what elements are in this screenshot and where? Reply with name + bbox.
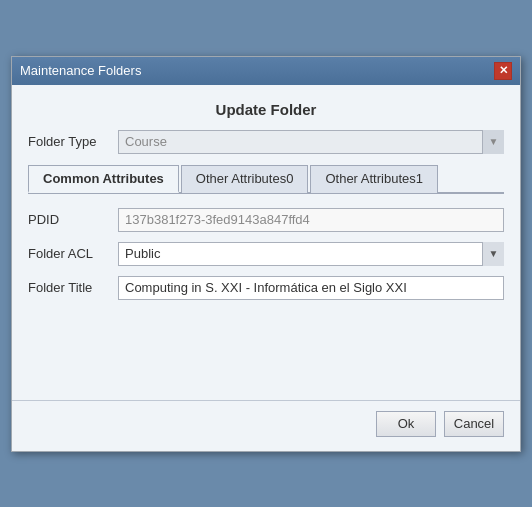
pdid-label: PDID (28, 212, 118, 227)
cancel-button[interactable]: Cancel (444, 411, 504, 437)
tab-other-attributes1[interactable]: Other Attributes1 (310, 165, 438, 193)
folder-title-label: Folder Title (28, 280, 118, 295)
folder-type-row: Folder Type ▼ (28, 130, 504, 154)
tabs-row: Common Attributes Other Attributes0 Othe… (28, 164, 504, 194)
folder-acl-label: Folder ACL (28, 246, 118, 261)
dialog-title: Maintenance Folders (20, 63, 141, 78)
tab-common-attributes[interactable]: Common Attributes (28, 165, 179, 193)
folder-type-label: Folder Type (28, 134, 118, 149)
section-title: Update Folder (28, 101, 504, 118)
pdid-input (118, 208, 504, 232)
maintenance-folders-dialog: Maintenance Folders ✕ Update Folder Fold… (11, 56, 521, 452)
folder-acl-row: Folder ACL Public Private Restricted ▼ (28, 242, 504, 266)
folder-title-row: Folder Title (28, 276, 504, 300)
folder-type-wrapper: ▼ (118, 130, 504, 154)
title-bar: Maintenance Folders ✕ (12, 57, 520, 85)
folder-type-input (118, 130, 504, 154)
close-button[interactable]: ✕ (494, 62, 512, 80)
ok-button[interactable]: Ok (376, 411, 436, 437)
folder-acl-wrapper: Public Private Restricted ▼ (118, 242, 504, 266)
pdid-row: PDID (28, 208, 504, 232)
tab-other-attributes0[interactable]: Other Attributes0 (181, 165, 309, 193)
buttons-row: Ok Cancel (12, 401, 520, 451)
tab-content-common: PDID Folder ACL Public Private Restricte… (28, 208, 504, 388)
folder-title-input[interactable] (118, 276, 504, 300)
dialog-body: Update Folder Folder Type ▼ Common Attri… (12, 85, 520, 400)
folder-acl-select[interactable]: Public Private Restricted (118, 242, 504, 266)
